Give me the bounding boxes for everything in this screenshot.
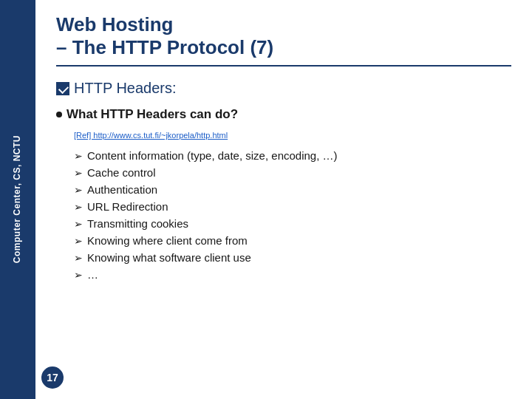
sidebar: Computer Center, CS, NCTU [0,0,35,399]
page-title: Web Hosting – The HTTP Protocol (7) [56,13,511,59]
sidebar-label: Computer Center, CS, NCTU [12,135,24,263]
checkbox-icon [56,82,69,95]
arrow-icon: ➢ [74,235,83,247]
arrow-icon: ➢ [74,150,83,162]
list-item: ➢URL Redirection [74,198,511,215]
arrow-icon: ➢ [74,252,83,264]
arrow-icon: ➢ [74,184,83,196]
arrow-icon: ➢ [74,167,83,179]
list-item: ➢Knowing what software client use [74,249,511,266]
section-heading: HTTP Headers: [56,80,511,97]
arrow-icon: ➢ [74,218,83,230]
main-content: Web Hosting – The HTTP Protocol (7) HTTP… [35,0,532,399]
list-item: ➢Authentication [74,181,511,198]
bullet-icon [56,112,62,117]
sub-heading: What HTTP Headers can do? [56,107,511,122]
title-section: Web Hosting – The HTTP Protocol (7) [56,13,511,66]
page-number: 17 [41,366,64,389]
arrow-icon: ➢ [74,269,83,281]
list-item: ➢Transmitting cookies [74,215,511,232]
list-item: ➢Cache control [74,164,511,181]
list-items: ➢Content information (type, date, size, … [74,147,511,283]
list-item: ➢Content information (type, date, size, … [74,147,511,164]
arrow-icon: ➢ [74,201,83,213]
list-item: ➢Knowing where client come from [74,232,511,249]
list-item: ➢… [74,266,511,283]
ref-text: [Ref] http://www.cs.tut.fi/~jkorpela/htt… [74,131,511,140]
